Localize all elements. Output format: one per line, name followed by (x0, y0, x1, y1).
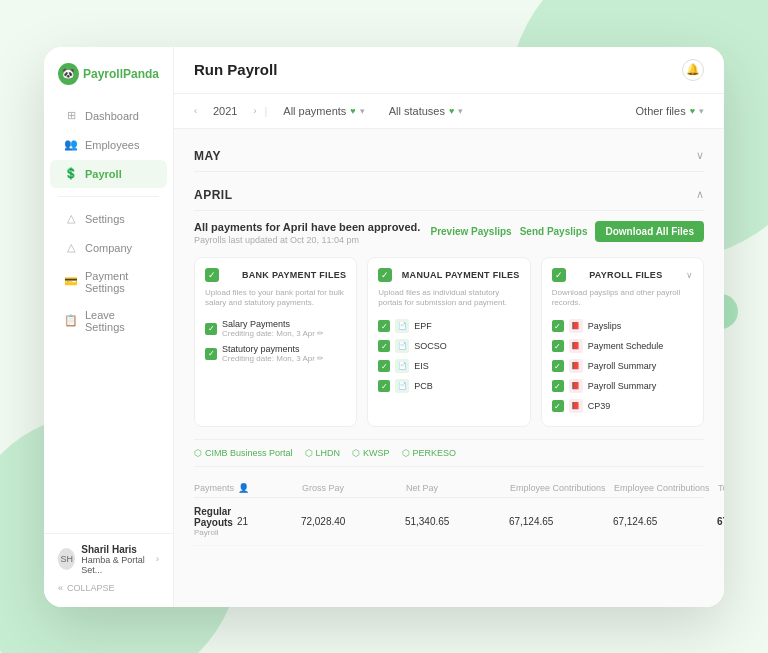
epf-label: EPF (414, 321, 432, 331)
col-payments: Payments (194, 483, 234, 493)
next-year-icon[interactable]: › (253, 106, 256, 116)
cp39-check-icon: ✓ (552, 400, 564, 412)
eis-label: EIS (414, 361, 429, 371)
april-section: APRIL ∧ All payments for April have been… (194, 180, 704, 547)
may-header[interactable]: MAY ∨ (194, 141, 704, 172)
user-info[interactable]: SH Sharil Haris Hamba & Portal Set... › (58, 544, 159, 575)
payslips-check-icon: ✓ (552, 320, 564, 332)
kwsp-link-icon: ⬡ (352, 448, 360, 458)
logo: 🐼 PayrollPanda (44, 63, 173, 101)
download-all-button[interactable]: Download All Files (595, 221, 704, 242)
preview-payslips-button[interactable]: Preview Payslips (430, 226, 511, 237)
user-chevron-icon: › (156, 554, 159, 564)
pcb-file-icon: 📄 (395, 379, 409, 393)
employees-icon: 👥 (64, 138, 78, 152)
payments-chevron-icon: ▾ (360, 106, 365, 116)
statutory-label: Statutory payments (222, 344, 324, 354)
salary-date: Crediting date: Mon, 3 Apr ✏ (222, 329, 324, 338)
april-header[interactable]: APRIL ∧ (194, 180, 704, 211)
may-chevron-icon: ∨ (696, 149, 704, 162)
action-buttons: Preview Payslips Send Payslips Download … (430, 221, 704, 242)
scroll-area: MAY ∨ APRIL ∧ All payments for April hav… (174, 129, 724, 607)
sidebar-item-leave-settings[interactable]: 📋 Leave Settings (50, 302, 167, 340)
cimb-link-label: CIMB Business Portal (205, 448, 293, 458)
sidebar-item-payroll[interactable]: 💲 Payroll (50, 160, 167, 188)
sidebar-label-employees: Employees (85, 139, 139, 151)
lhdn-portal-link[interactable]: ⬡ LHDN (305, 448, 341, 458)
cimb-link-icon: ⬡ (194, 448, 202, 458)
heart-icon: ♥ (350, 106, 355, 116)
logo-text: PayrollPanda (83, 67, 159, 81)
payslips-file-icon: 📕 (569, 319, 583, 333)
sidebar-item-dashboard[interactable]: ⊞ Dashboard (50, 102, 167, 130)
pcb-label: PCB (414, 381, 433, 391)
cimb-portal-link[interactable]: ⬡ CIMB Business Portal (194, 448, 293, 458)
notification-bell-icon[interactable]: 🔔 (682, 59, 704, 81)
perkeso-link-icon: ⬡ (402, 448, 410, 458)
portal-links: ⬡ CIMB Business Portal ⬡ LHDN ⬡ KWSP ⬡ (194, 439, 704, 467)
perkeso-portal-link[interactable]: ⬡ PERKESO (402, 448, 457, 458)
company-icon: △ (64, 241, 78, 255)
col-emp-contrib2: Employee Contributions (614, 483, 714, 493)
toolbar: ‹ 2021 › | All payments ♥ ▾ All statuses… (174, 94, 724, 129)
sidebar-nav: ⊞ Dashboard 👥 Employees 💲 Payroll △ Sett… (44, 101, 173, 533)
all-payments-filter[interactable]: All payments ♥ ▾ (275, 102, 372, 120)
eis-item: ✓ 📄 EIS (378, 356, 519, 376)
sidebar-item-employees[interactable]: 👥 Employees (50, 131, 167, 159)
dashboard-icon: ⊞ (64, 109, 78, 123)
epf-item: ✓ 📄 EPF (378, 316, 519, 336)
user-role: Hamba & Portal Set... (81, 555, 150, 575)
payslips-label: Payslips (588, 321, 622, 331)
kwsp-portal-link[interactable]: ⬡ KWSP (352, 448, 390, 458)
sidebar-item-payment-settings[interactable]: 💳 Payment Settings (50, 263, 167, 301)
payroll-summary2-check-icon: ✓ (552, 380, 564, 392)
other-files-label: Other files (636, 105, 686, 117)
send-payslips-button[interactable]: Send Payslips (520, 226, 588, 237)
row-emp-contrib: 67,124.65 (509, 516, 609, 527)
payroll-check-icon: ✓ (552, 268, 566, 282)
sidebar-item-settings[interactable]: △ Settings (50, 205, 167, 233)
payroll-summary2-item: ✓ 📕 Payroll Summary (552, 376, 693, 396)
payroll-section-desc: Download payslips and other payroll reco… (552, 288, 693, 309)
statutory-check-icon: ✓ (205, 348, 217, 360)
epf-check-icon: ✓ (378, 320, 390, 332)
payroll-section-chevron-icon[interactable]: ∨ (686, 270, 693, 280)
other-files-heart-icon: ♥ (690, 106, 695, 116)
toolbar-separator: | (264, 105, 267, 117)
year-selector[interactable]: 2021 (205, 102, 245, 120)
salary-payments-item: ✓ Salary Payments Crediting date: Mon, 3… (205, 316, 346, 341)
row-total: 67,124.65 (717, 516, 724, 527)
table-row[interactable]: Regular Payouts Payroll 21 72,028.40 51,… (194, 498, 704, 546)
payment-settings-icon: 💳 (64, 275, 78, 289)
perkeso-link-label: PERKESO (413, 448, 457, 458)
bank-files-section: ✓ BANK PAYMENT FILES Upload files to you… (194, 257, 357, 428)
april-content: All payments for April have been approve… (194, 211, 704, 547)
salary-edit-icon[interactable]: ✏ (317, 329, 324, 338)
payment-schedule-file-icon: 📕 (569, 339, 583, 353)
manual-section-title: MANUAL PAYMENT FILES (402, 270, 520, 280)
all-statuses-filter[interactable]: All statuses ♥ ▾ (381, 102, 472, 120)
bank-section-header: ✓ BANK PAYMENT FILES (205, 268, 346, 282)
socso-label: SOCSO (414, 341, 447, 351)
sidebar-item-company[interactable]: △ Company (50, 234, 167, 262)
sidebar: 🐼 PayrollPanda ⊞ Dashboard 👥 Employees 💲… (44, 47, 174, 607)
topbar: Run Payroll 🔔 (174, 47, 724, 94)
col-total-cost: Total Cost (718, 483, 724, 493)
sidebar-bottom: SH Sharil Haris Hamba & Portal Set... › … (44, 533, 173, 607)
approval-info: All payments for April have been approve… (194, 221, 420, 245)
other-files-button[interactable]: Other files ♥ ▾ (636, 105, 704, 117)
manual-section-desc: Upload files as individual statutory por… (378, 288, 519, 309)
prev-year-icon[interactable]: ‹ (194, 106, 197, 116)
collapse-button[interactable]: « COLLAPSE (58, 579, 159, 597)
main-content: Run Payroll 🔔 ‹ 2021 › | All payments ♥ … (174, 47, 724, 607)
payment-schedule-check-icon: ✓ (552, 340, 564, 352)
statutory-edit-icon[interactable]: ✏ (317, 354, 324, 363)
approval-message: All payments for April have been approve… (194, 221, 420, 233)
avatar: SH (58, 548, 75, 570)
payroll-summary2-file-icon: 📕 (569, 379, 583, 393)
may-section: MAY ∨ (194, 141, 704, 172)
socso-check-icon: ✓ (378, 340, 390, 352)
payroll-section-header: ✓ PAYROLL FILES ∨ (552, 268, 693, 282)
payroll-icon: 💲 (64, 167, 78, 181)
manual-files-section: ✓ MANUAL PAYMENT FILES Upload files as i… (367, 257, 530, 428)
